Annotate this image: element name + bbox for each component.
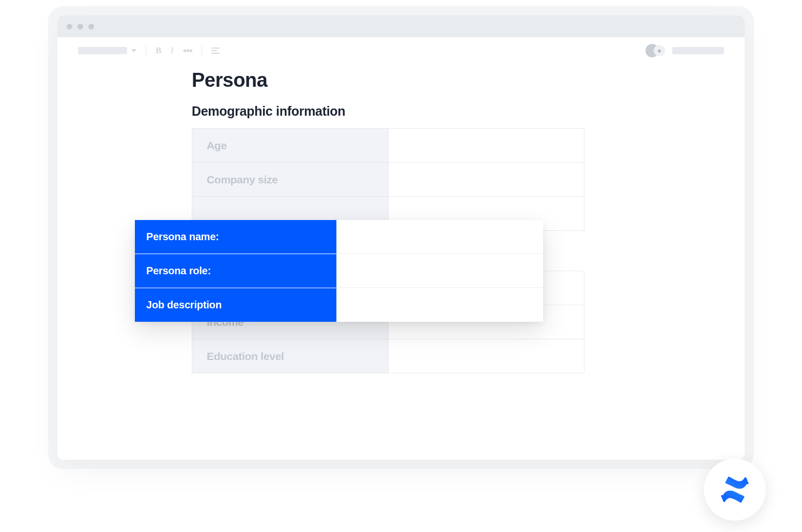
table-row[interactable]: Age: [192, 129, 584, 163]
toolbar-divider: [202, 45, 202, 56]
table-cell-value[interactable]: [389, 163, 584, 197]
table-cell-value[interactable]: [389, 129, 584, 163]
window-control-maximize[interactable]: [88, 24, 94, 29]
table-cell-value[interactable]: [389, 339, 584, 373]
app-window: B I ••• + Persona Demographic informatio…: [57, 15, 745, 460]
overlay-value[interactable]: [336, 288, 543, 322]
section-heading[interactable]: Demographic information: [192, 104, 714, 119]
persona-overlay-card[interactable]: Persona name: Persona role: Job descript…: [135, 220, 543, 322]
overlay-value[interactable]: [336, 220, 543, 254]
align-left-icon[interactable]: [211, 48, 220, 54]
page-title[interactable]: Persona: [192, 69, 714, 91]
add-collaborator-button[interactable]: +: [654, 45, 665, 56]
overlay-label[interactable]: Job description: [135, 288, 336, 322]
style-dropdown[interactable]: [78, 47, 127, 54]
overlay-label[interactable]: Persona role:: [135, 254, 336, 288]
share-button[interactable]: [672, 47, 724, 54]
confluence-logo-badge: [704, 459, 766, 521]
toolbar-right-group: +: [645, 44, 724, 57]
more-formatting-button[interactable]: •••: [183, 45, 192, 57]
overlay-row[interactable]: Persona role:: [135, 254, 543, 288]
table-cell-label[interactable]: Age: [192, 129, 389, 163]
demographic-table[interactable]: Age Company size: [192, 128, 584, 231]
chevron-down-icon[interactable]: [131, 49, 136, 52]
window-control-close[interactable]: [67, 24, 72, 29]
collaborator-avatars[interactable]: +: [645, 44, 665, 57]
toolbar-left-group: B I •••: [78, 45, 220, 57]
table-row[interactable]: Company size: [192, 163, 584, 197]
overlay-label[interactable]: Persona name:: [135, 220, 336, 254]
table-row[interactable]: Education level: [192, 339, 584, 373]
italic-button[interactable]: I: [171, 45, 174, 56]
confluence-icon: [720, 475, 749, 504]
toolbar-divider: [146, 45, 146, 56]
editor-toolbar: B I ••• +: [57, 37, 745, 64]
overlay-row[interactable]: Persona name:: [135, 220, 543, 254]
overlay-row[interactable]: Job description: [135, 288, 543, 322]
table-cell-label[interactable]: Education level: [192, 339, 389, 373]
bold-button[interactable]: B: [156, 45, 161, 56]
overlay-value[interactable]: [336, 254, 543, 288]
window-titlebar: [57, 15, 745, 37]
window-control-minimize[interactable]: [78, 24, 83, 29]
table-cell-label[interactable]: Company size: [192, 163, 389, 197]
